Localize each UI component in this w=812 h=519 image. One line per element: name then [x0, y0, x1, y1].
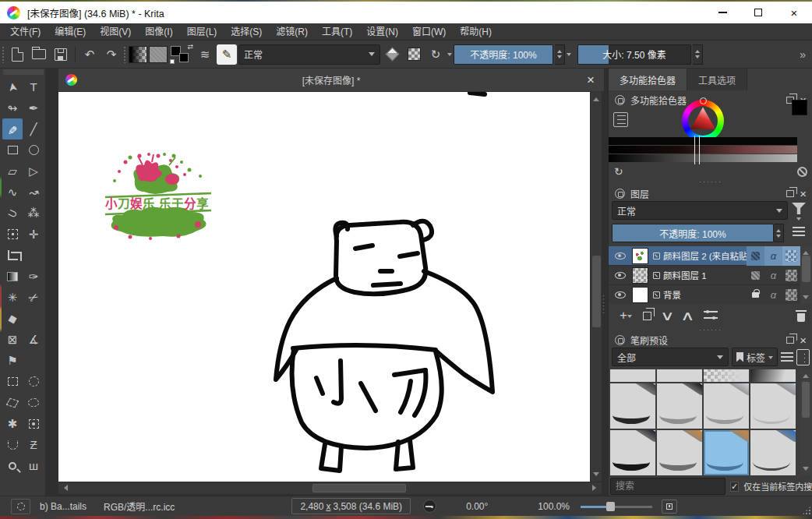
scroll-up-icon[interactable] [803, 248, 809, 255]
scroll-down-icon[interactable] [803, 295, 809, 302]
tool-bezier-curve[interactable]: ∿ [2, 182, 23, 203]
tool-calligraphy[interactable]: ✒ [23, 97, 44, 118]
tags-button[interactable]: 标签 [732, 348, 778, 366]
color-slider-marker[interactable] [694, 136, 700, 164]
layer-properties-chip[interactable] [782, 246, 800, 266]
scroll-left-icon[interactable] [61, 485, 68, 491]
document-close-button[interactable]: × [587, 73, 595, 86]
vertical-scroll-thumb[interactable] [592, 256, 601, 327]
tab-advanced-color-selector[interactable]: 多功能拾色器 [609, 69, 687, 90]
color-slider-3[interactable] [609, 154, 797, 162]
tool-move[interactable]: ✛ [23, 224, 44, 245]
layer-blending-mode-dropdown[interactable]: 正常 [612, 201, 788, 220]
default-colors-chip[interactable] [170, 59, 175, 64]
inherit-alpha-toggle[interactable] [747, 266, 764, 285]
pattern-chooser-swatch[interactable] [149, 46, 168, 63]
menu-item-3[interactable]: 图像(I) [138, 23, 179, 41]
tool-freehand-select[interactable] [23, 392, 44, 413]
layer-options-menu-icon[interactable] [793, 227, 805, 236]
window-resize-grip[interactable] [802, 506, 811, 515]
alpha-lock-toggle[interactable]: α [764, 285, 782, 305]
delete-layer-button[interactable] [796, 309, 807, 322]
opacity-spinner[interactable] [555, 44, 565, 65]
tool-reference-images[interactable]: ⚑ [2, 350, 23, 371]
layer-scroll-thumb[interactable] [802, 256, 810, 282]
menu-item-8[interactable]: 设置(N) [359, 23, 405, 41]
brush-preset-10[interactable] [704, 430, 749, 475]
tool-rect-select[interactable] [2, 371, 23, 392]
brush-preset-9[interactable] [657, 430, 702, 475]
tool-ellipse-select[interactable] [23, 371, 44, 392]
tool-measure[interactable]: ∡ [23, 329, 44, 350]
brush-search-input[interactable] [610, 478, 726, 495]
color-slider-1[interactable] [609, 137, 797, 145]
float-panel-icon[interactable] [786, 337, 794, 344]
tool-select[interactable]: ➤ [2, 76, 23, 97]
brush-scroll-thumb[interactable] [802, 382, 810, 418]
undo-button[interactable]: ↶ [79, 44, 100, 65]
menu-item-2[interactable]: 视图(V) [93, 23, 138, 41]
menu-item-4[interactable]: 图层(L) [180, 23, 224, 41]
canvas-vertical-scrollbar[interactable] [590, 92, 602, 482]
brush-preset-6[interactable] [704, 383, 749, 429]
open-document-button[interactable] [29, 44, 49, 65]
tool-color-sampler[interactable]: ✑ [23, 266, 44, 287]
lock-icon[interactable] [615, 335, 625, 345]
tool-text[interactable]: T [23, 76, 44, 97]
tool-assistants[interactable]: ⊠ [2, 329, 23, 350]
saturation-value-triangle[interactable] [688, 106, 718, 136]
layer-row-paint1[interactable]: 颜料图层 1 α [609, 266, 800, 285]
brush-preset-4[interactable] [610, 383, 655, 429]
brush-size-spinner[interactable] [693, 44, 703, 65]
new-document-button[interactable] [7, 44, 27, 65]
reload-preset-button[interactable]: ↻ [425, 44, 446, 65]
layer-visibility-icon[interactable] [615, 252, 626, 260]
scroll-up-icon[interactable] [803, 371, 809, 378]
tool-dynamic-brush[interactable]: ⊃ [2, 203, 23, 224]
tool-zoom[interactable] [2, 455, 23, 476]
brush-preset-chooser-button[interactable]: ≋ [195, 44, 215, 65]
gradient-chooser-swatch[interactable] [129, 46, 147, 63]
layer-properties-button[interactable] [699, 305, 722, 326]
brush-preset-3[interactable] [750, 369, 796, 382]
layer-thumbnail[interactable] [632, 287, 648, 303]
close-panel-icon[interactable]: × [800, 188, 807, 199]
brush-preset-0[interactable] [610, 369, 655, 382]
tool-rectangle[interactable] [2, 139, 23, 161]
color-slider-2[interactable] [609, 146, 797, 154]
menu-item-7[interactable]: 工具(T) [315, 23, 359, 41]
toolbar-overflow-button[interactable]: » [796, 48, 809, 61]
fit-zoom-button[interactable] [662, 500, 677, 514]
canvas-horizontal-scrollbar[interactable] [58, 482, 602, 494]
no-color-icon[interactable] [797, 167, 807, 177]
layer-row-background[interactable]: 背景 α [609, 285, 800, 304]
add-layer-button[interactable]: + [615, 305, 637, 326]
redo-button[interactable]: ↷ [101, 44, 122, 65]
layer-properties-chip[interactable] [782, 285, 800, 305]
color-component-sliders[interactable] [609, 137, 797, 163]
swap-colors-icon[interactable]: ⇄ [187, 43, 193, 51]
tool-pan[interactable]: ш [23, 455, 44, 476]
brush-preset-2[interactable] [704, 369, 749, 382]
foreground-background-colors[interactable]: ⇄ [169, 44, 193, 65]
tool-polygon-select[interactable] [2, 392, 23, 413]
brush-display-menu-icon[interactable] [781, 352, 793, 362]
menu-item-10[interactable]: 帮助(H) [453, 23, 499, 41]
document-subwindow-titlebar[interactable]: [未保存图像] * × [58, 69, 604, 92]
color-profile-label[interactable]: RGB/透明...rc.icc [104, 500, 175, 513]
scroll-right-icon[interactable] [592, 485, 599, 491]
tool-polyline[interactable]: ▷ [23, 161, 44, 182]
tool-freehand-brush[interactable]: ✐ [2, 118, 23, 139]
eraser-mode-button[interactable] [382, 44, 402, 65]
current-brush-name[interactable]: b) Ba...tails [40, 501, 86, 512]
brush-tag-filter-dropdown[interactable]: 全部 [612, 348, 729, 366]
scroll-up-icon[interactable] [593, 94, 599, 101]
layer-filter-button[interactable] [792, 203, 806, 223]
lock-icon[interactable] [615, 189, 625, 199]
tool-contiguous-select[interactable] [23, 413, 44, 434]
tab-tool-options[interactable]: 工具选项 [687, 69, 747, 90]
brush-preset-8[interactable] [610, 430, 655, 475]
tool-bezier-select[interactable] [2, 434, 23, 455]
zoom-slider[interactable] [581, 501, 652, 512]
minimize-button[interactable] [704, 2, 740, 23]
